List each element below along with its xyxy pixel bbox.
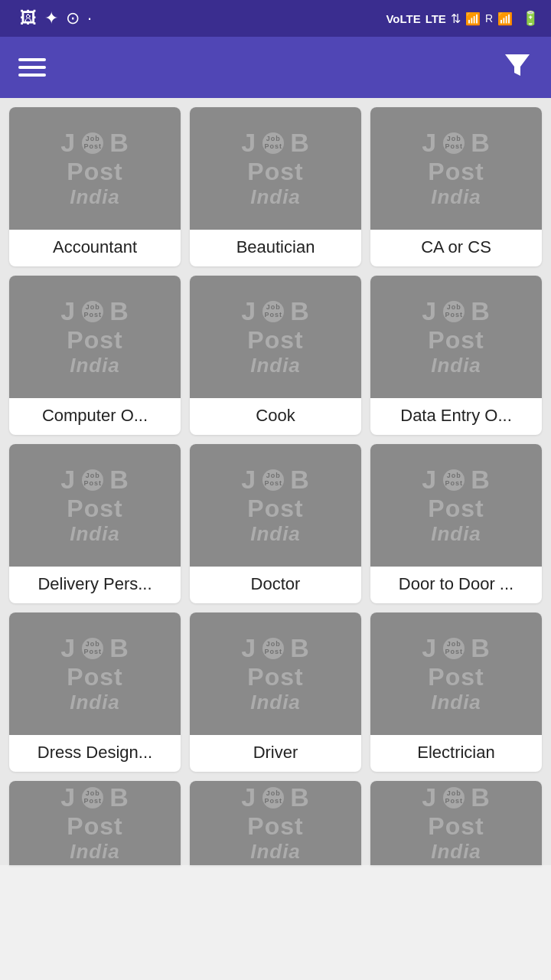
category-image: J JobPost B Post India bbox=[9, 612, 181, 735]
job-post-india-watermark: J JobPost B Post India bbox=[9, 781, 181, 865]
lte-indicator: LTE bbox=[425, 12, 446, 25]
category-image: J JobPost B Post India bbox=[190, 444, 361, 567]
category-image-partial: J JobPost B Post India bbox=[9, 781, 181, 865]
dot-indicator: · bbox=[87, 8, 92, 28]
category-image: J JobPost B Post India bbox=[370, 444, 542, 567]
category-image: J JobPost B Post India bbox=[9, 107, 181, 230]
job-post-india-watermark: J JobPost B Post India bbox=[190, 612, 361, 735]
category-label: Electrician bbox=[412, 735, 499, 763]
category-image: J JobPost B Post India bbox=[9, 276, 181, 398]
category-image: J JobPost B Post India bbox=[370, 276, 542, 398]
hamburger-line-2 bbox=[18, 66, 46, 69]
hamburger-menu-button[interactable] bbox=[18, 58, 46, 77]
category-card-partial[interactable]: J JobPost B Post India bbox=[9, 781, 181, 865]
category-label: Accountant bbox=[48, 230, 142, 257]
r-indicator: R bbox=[485, 12, 493, 24]
category-card[interactable]: J JobPost B Post India CA or CS bbox=[370, 107, 542, 266]
category-card[interactable]: J JobPost B Post India Dress Design... bbox=[9, 612, 181, 772]
category-label: Cook bbox=[251, 398, 299, 426]
app-header bbox=[0, 37, 551, 98]
status-bar: 🖼 ✦ ⊙ · VoLTE LTE ⇅ 📶 R 📶 🔋 bbox=[0, 0, 551, 37]
category-card[interactable]: J JobPost B Post India Data Entry O... bbox=[370, 276, 542, 435]
job-post-india-watermark: J JobPost B Post India bbox=[370, 444, 542, 567]
photo-icon: 🖼 bbox=[20, 8, 37, 28]
category-card[interactable]: J JobPost B Post India Door to Door ... bbox=[370, 444, 542, 603]
svg-marker-0 bbox=[505, 54, 530, 76]
job-post-india-watermark: J JobPost B Post India bbox=[9, 107, 181, 230]
category-label: Dress Design... bbox=[33, 735, 157, 763]
category-label: Doctor bbox=[246, 567, 305, 594]
job-post-india-watermark: J JobPost B Post India bbox=[370, 612, 542, 735]
category-image-partial: J JobPost B Post India bbox=[190, 781, 361, 865]
category-card-partial[interactable]: J JobPost B Post India bbox=[190, 781, 361, 865]
category-image: J JobPost B Post India bbox=[190, 612, 361, 735]
status-left: 🖼 ✦ ⊙ · bbox=[12, 8, 92, 28]
category-label: Computer O... bbox=[37, 398, 152, 426]
battery-icon: 🔋 bbox=[522, 10, 539, 27]
clock-icon: ⊙ bbox=[66, 8, 80, 28]
filter-button[interactable] bbox=[502, 50, 533, 85]
category-card[interactable]: J JobPost B Post India Computer O... bbox=[9, 276, 181, 435]
signal-bars-2: 📶 bbox=[497, 11, 513, 26]
job-post-india-watermark: J JobPost B Post India bbox=[190, 781, 361, 865]
category-label: Driver bbox=[249, 735, 303, 763]
category-image: J JobPost B Post India bbox=[190, 276, 361, 398]
category-card[interactable]: J JobPost B Post India Doctor bbox=[190, 444, 361, 603]
partial-category-row: J JobPost B Post India J JobPost B Post … bbox=[0, 781, 551, 865]
category-image-partial: J JobPost B Post India bbox=[370, 781, 542, 865]
signal-bars-1: 📶 bbox=[465, 11, 481, 26]
hamburger-line-3 bbox=[18, 74, 46, 77]
category-label: Delivery Pers... bbox=[33, 567, 156, 594]
job-post-india-watermark: J JobPost B Post India bbox=[9, 444, 181, 567]
category-label: CA or CS bbox=[416, 230, 496, 257]
signal-arrows: ⇅ bbox=[451, 11, 461, 26]
job-post-india-watermark: J JobPost B Post India bbox=[190, 444, 361, 567]
category-card[interactable]: J JobPost B Post India Accountant bbox=[9, 107, 181, 266]
job-post-india-watermark: J JobPost B Post India bbox=[190, 107, 361, 230]
job-post-india-watermark: J JobPost B Post India bbox=[370, 276, 542, 398]
category-image: J JobPost B Post India bbox=[190, 107, 361, 230]
category-label: Door to Door ... bbox=[394, 567, 518, 594]
category-label: Beautician bbox=[232, 230, 320, 257]
job-post-india-watermark: J JobPost B Post India bbox=[9, 612, 181, 735]
job-post-india-watermark: J JobPost B Post India bbox=[370, 107, 542, 230]
category-card[interactable]: J JobPost B Post India Beautician bbox=[190, 107, 361, 266]
category-image: J JobPost B Post India bbox=[370, 107, 542, 230]
category-image: J JobPost B Post India bbox=[9, 444, 181, 567]
category-grid: J JobPost B Post India Accountant J JobP… bbox=[0, 98, 551, 781]
volte-indicator: VoLTE bbox=[386, 12, 420, 25]
job-post-india-watermark: J JobPost B Post India bbox=[9, 276, 181, 398]
category-label: Data Entry O... bbox=[396, 398, 517, 426]
category-card[interactable]: J JobPost B Post India Electrician bbox=[370, 612, 542, 772]
hamburger-line-1 bbox=[18, 58, 46, 61]
category-card[interactable]: J JobPost B Post India Cook bbox=[190, 276, 361, 435]
category-card[interactable]: J JobPost B Post India Driver bbox=[190, 612, 361, 772]
job-post-india-watermark: J JobPost B Post India bbox=[370, 781, 542, 865]
settings-icon: ✦ bbox=[44, 8, 58, 28]
status-right: VoLTE LTE ⇅ 📶 R 📶 🔋 bbox=[386, 10, 539, 27]
job-post-india-watermark: J JobPost B Post India bbox=[190, 276, 361, 398]
category-card[interactable]: J JobPost B Post India Delivery Pers... bbox=[9, 444, 181, 603]
category-card-partial[interactable]: J JobPost B Post India bbox=[370, 781, 542, 865]
category-image: J JobPost B Post India bbox=[370, 612, 542, 735]
